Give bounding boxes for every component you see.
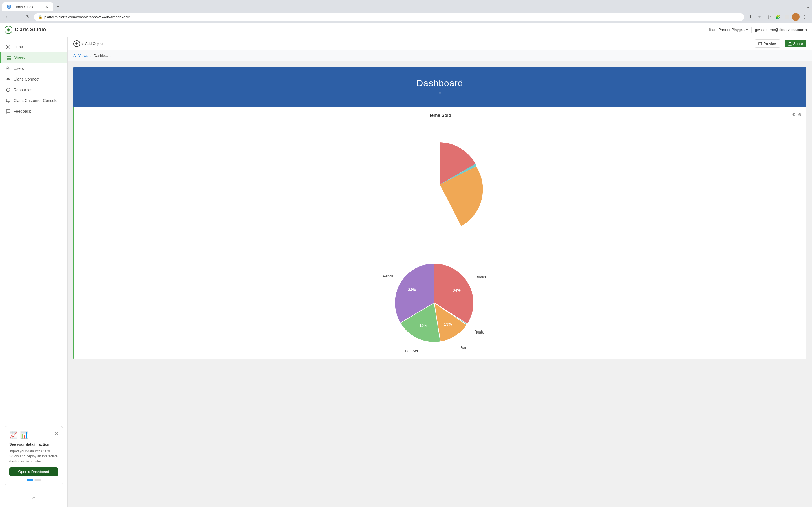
security-icon[interactable]: ⓘ <box>765 13 772 21</box>
views-icon <box>6 55 11 60</box>
app: Claris Studio Team Partner Playgr... ▾ g… <box>0 22 812 507</box>
users-icon <box>6 66 11 71</box>
svg-line-10 <box>9 46 10 47</box>
chart-remove-button[interactable]: ⊖ <box>798 112 802 117</box>
svg-point-22 <box>8 91 8 91</box>
promo-dot-2 <box>35 480 41 481</box>
preview-icon <box>758 42 762 46</box>
user-dropdown-icon[interactable]: ▾ <box>805 27 808 33</box>
dropdown-chevron-icon <box>81 42 84 45</box>
sidebar-item-resources[interactable]: Resources <box>0 84 67 95</box>
header-divider <box>751 27 752 33</box>
promo-dot-1 <box>27 480 33 481</box>
chart-settings-button[interactable]: ⚙ <box>792 112 796 117</box>
chart-actions: ⚙ ⊖ <box>792 112 802 117</box>
canvas: Dashboard ≡ Items Sold ⚙ ⊖ <box>68 61 812 507</box>
team-dropdown-icon[interactable]: ▾ <box>746 27 748 32</box>
svg-point-4 <box>7 46 9 48</box>
chart-trend-icon: 📈 <box>9 431 18 439</box>
svg-rect-15 <box>7 58 9 60</box>
breadcrumb-separator: / <box>91 54 92 58</box>
address-input[interactable]: 🔒 platform.claris.com/console/apps?a=405… <box>34 13 744 21</box>
sidebar-item-users[interactable]: Users <box>0 63 67 74</box>
tab-favicon: C <box>7 4 11 9</box>
sidebar-item-hubs[interactable]: Hubs <box>0 42 67 52</box>
dashboard-separator: ≡ <box>79 91 801 96</box>
sidebar-item-feedback[interactable]: Feedback <box>0 106 67 117</box>
browser-chrome: C Claris Studio ✕ + ⌄ ← → ↻ 🔒 platform.c… <box>0 0 812 22</box>
sidebar-item-views[interactable]: Views <box>0 52 67 63</box>
dashboard-title: Dashboard <box>79 78 801 89</box>
svg-line-9 <box>7 46 7 47</box>
new-tab-button[interactable]: + <box>54 3 62 11</box>
forward-button[interactable]: → <box>13 13 21 21</box>
app-body: Hubs Views <box>0 37 812 507</box>
tab-title: Claris Studio <box>13 5 35 9</box>
team-label: Team <box>709 27 718 32</box>
pie-canvas <box>341 246 539 353</box>
bar-chart-icon: 📊 <box>20 431 29 439</box>
tab-expand-button[interactable]: ⌄ <box>806 4 810 9</box>
app-header: Claris Studio Team Partner Playgr... ▾ g… <box>0 22 812 37</box>
preview-button[interactable]: Preview <box>755 40 780 48</box>
share-button[interactable]: Share <box>784 40 806 47</box>
pie-chart-main <box>341 125 539 244</box>
hub-icon <box>6 45 11 50</box>
refresh-button[interactable]: ↻ <box>24 13 32 21</box>
promo-title: See your data in action. <box>9 442 58 446</box>
console-icon <box>6 98 11 103</box>
svg-point-3 <box>7 29 10 31</box>
sidebar-item-feedback-label: Feedback <box>13 109 31 114</box>
svg-line-11 <box>7 48 7 48</box>
open-dashboard-button[interactable]: Open a Dashboard <box>9 467 58 476</box>
download-icon[interactable]: ⬆ <box>747 13 755 21</box>
resources-icon <box>6 87 11 93</box>
promo-pagination <box>9 480 58 481</box>
app-name: Claris Studio <box>15 27 46 33</box>
svg-point-19 <box>8 78 9 80</box>
claris-logo-icon <box>4 26 12 34</box>
add-object-label: Add Object <box>85 41 103 46</box>
toolbar: Add Object Preview Share <box>68 37 812 50</box>
svg-text:C: C <box>8 6 10 8</box>
svg-rect-28 <box>759 42 762 45</box>
svg-point-18 <box>9 67 10 68</box>
team-name: Partner Playgr... <box>718 27 745 32</box>
feedback-icon <box>6 109 11 114</box>
active-tab[interactable]: C Claris Studio ✕ <box>2 2 53 11</box>
share-label: Share <box>793 41 803 46</box>
svg-line-12 <box>9 48 10 48</box>
breadcrumb: All Views / Dashboard 4 <box>68 50 812 61</box>
dashboard-header: Dashboard ≡ <box>73 67 806 107</box>
extensions-icon[interactable]: 🧩 <box>774 13 781 21</box>
promo-card: ✕ 📈 📊 See your data in action. Import yo… <box>4 426 63 485</box>
breadcrumb-all-views[interactable]: All Views <box>73 54 88 58</box>
user-avatar[interactable] <box>792 13 800 21</box>
app-logo: Claris Studio <box>4 26 46 34</box>
chart-title: Items Sold <box>79 113 801 118</box>
browser-actions: ⬆ ☆ ⓘ 🧩 ⬜ ⋮ <box>747 13 809 21</box>
promo-close-button[interactable]: ✕ <box>54 431 58 436</box>
address-bar: ← → ↻ 🔒 platform.claris.com/console/apps… <box>0 11 812 22</box>
header-user: gwashburne@dbservices.com <box>755 27 804 32</box>
header-team: Team Partner Playgr... ▾ <box>709 27 748 32</box>
sidebar-collapse-button[interactable]: « <box>0 492 67 504</box>
svg-rect-13 <box>7 56 9 57</box>
sidebar-item-console-label: Claris Customer Console <box>13 98 57 103</box>
preview-label: Preview <box>763 41 776 46</box>
sidebar-item-hubs-label: Hubs <box>13 45 23 49</box>
profile-icon[interactable]: ⬜ <box>783 13 791 21</box>
pie-chart-wrapper <box>79 122 801 246</box>
add-object-button[interactable]: Add Object <box>73 40 103 47</box>
sidebar: Hubs Views <box>0 37 68 507</box>
sidebar-item-customer-console[interactable]: Claris Customer Console <box>0 95 67 106</box>
menu-icon[interactable]: ⋮ <box>801 13 809 21</box>
sidebar-item-claris-connect[interactable]: Claris Connect <box>0 74 67 84</box>
back-button[interactable]: ← <box>3 13 11 21</box>
sidebar-item-connect-label: Claris Connect <box>13 77 40 81</box>
svg-rect-23 <box>6 99 10 102</box>
promo-icons: 📈 📊 <box>9 431 54 439</box>
tab-close-button[interactable]: ✕ <box>45 4 49 9</box>
chart-container: Items Sold ⚙ ⊖ <box>73 107 806 359</box>
bookmark-icon[interactable]: ☆ <box>756 13 763 21</box>
